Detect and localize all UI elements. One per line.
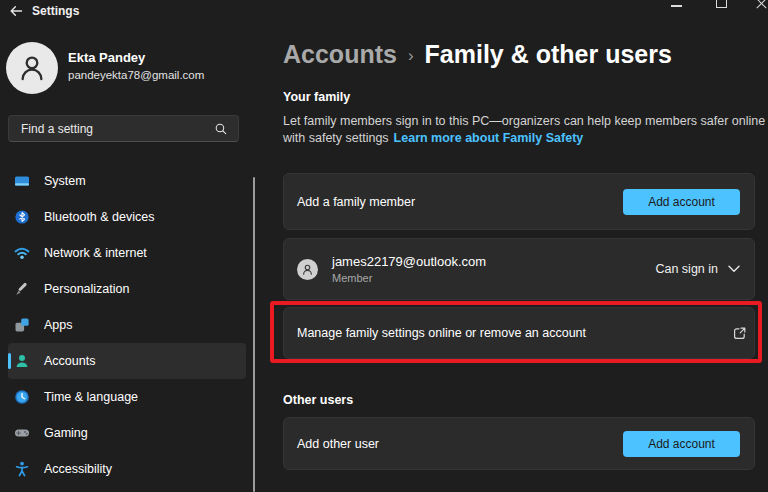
sidebar-scrollbar[interactable] <box>253 177 255 492</box>
close-icon[interactable] <box>755 0 767 9</box>
apps-icon <box>14 317 30 333</box>
sidebar-item-label: Accounts <box>44 354 95 368</box>
family-description-line2: with safety settingsLearn more about Fam… <box>283 131 583 145</box>
back-arrow-icon <box>8 3 24 19</box>
other-users-heading: Other users <box>283 393 353 407</box>
family-description-line1: Let family members sign in to this PC—or… <box>283 114 765 128</box>
profile-email: pandeyekta78@gmail.com <box>68 69 204 81</box>
family-member-row[interactable]: james22179@outlook.com Member Can sign i… <box>283 238 755 300</box>
sidebar-nav: System Bluetooth & devices Network & int… <box>8 163 246 487</box>
breadcrumb-parent[interactable]: Accounts <box>283 40 397 69</box>
manage-family-settings-row[interactable]: Manage family settings online or remove … <box>283 307 755 359</box>
sidebar-item-system[interactable]: System <box>8 163 246 199</box>
sidebar-item-accessibility[interactable]: Accessibility <box>8 451 246 487</box>
bluetooth-icon <box>14 209 30 225</box>
sidebar-item-bluetooth[interactable]: Bluetooth & devices <box>8 199 246 235</box>
sidebar-item-gaming[interactable]: Gaming <box>8 415 246 451</box>
system-icon <box>14 173 30 189</box>
minimize-icon[interactable] <box>671 5 682 7</box>
personalization-icon <box>14 281 30 297</box>
sidebar-item-label: Network & internet <box>44 246 147 260</box>
sidebar-item-time-language[interactable]: Time & language <box>8 379 246 415</box>
breadcrumb: Accounts › Family & other users <box>283 40 672 69</box>
sidebar-item-label: Bluetooth & devices <box>44 210 155 224</box>
add-other-user-row: Add other user Add account <box>283 417 755 470</box>
person-avatar-icon <box>300 262 315 277</box>
sidebar-item-label: Time & language <box>44 390 138 404</box>
search-icon <box>214 122 228 136</box>
add-other-user-label: Add other user <box>297 437 379 451</box>
gaming-icon <box>14 425 30 441</box>
member-avatar <box>297 259 318 280</box>
add-account-button[interactable]: Add account <box>623 431 740 457</box>
member-email: james22179@outlook.com <box>332 254 486 269</box>
accounts-icon <box>14 353 30 369</box>
manage-family-settings-label: Manage family settings online or remove … <box>297 326 586 340</box>
sidebar-item-apps[interactable]: Apps <box>8 307 246 343</box>
window-title: Settings <box>32 4 79 18</box>
add-family-member-row: Add a family member Add account <box>283 173 755 230</box>
back-button[interactable] <box>6 1 26 21</box>
member-status: Can sign in <box>655 262 718 276</box>
sidebar-item-network[interactable]: Network & internet <box>8 235 246 271</box>
sidebar-item-label: Accessibility <box>44 462 112 476</box>
search-placeholder: Find a setting <box>21 122 214 136</box>
chevron-down-icon[interactable] <box>728 265 740 273</box>
sidebar-item-personalization[interactable]: Personalization <box>8 271 246 307</box>
add-account-button[interactable]: Add account <box>623 189 740 215</box>
sidebar-item-accounts[interactable]: Accounts <box>8 343 246 379</box>
page-title: Family & other users <box>425 40 672 69</box>
person-avatar-icon <box>15 51 49 85</box>
network-icon <box>14 245 30 261</box>
sidebar-item-label: Gaming <box>44 426 88 440</box>
learn-more-link[interactable]: Learn more about Family Safety <box>394 131 584 145</box>
time-language-icon <box>14 389 30 405</box>
your-family-heading: Your family <box>283 90 350 104</box>
search-input[interactable]: Find a setting <box>8 115 239 142</box>
add-family-member-label: Add a family member <box>297 195 415 209</box>
sidebar-item-label: Apps <box>44 318 73 332</box>
avatar <box>6 42 58 94</box>
maximize-icon[interactable] <box>716 0 727 8</box>
accessibility-icon <box>14 461 30 477</box>
sidebar-item-label: Personalization <box>44 282 129 296</box>
member-role: Member <box>332 272 486 284</box>
external-link-icon <box>732 326 747 341</box>
profile-name: Ekta Pandey <box>68 50 145 65</box>
chevron-right-icon: › <box>408 46 414 66</box>
sidebar-item-label: System <box>44 174 86 188</box>
